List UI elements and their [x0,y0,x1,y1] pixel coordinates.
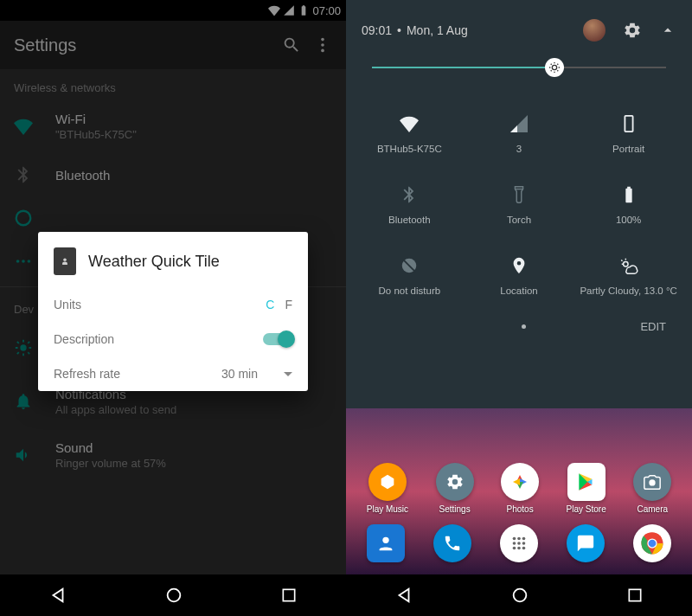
app-dialer[interactable] [433,524,471,562]
wifi-icon [400,112,419,135]
page-dot [522,324,526,329]
user-avatar[interactable] [583,19,606,42]
back-icon[interactable] [394,586,413,605]
bluetooth-icon [400,183,419,206]
description-label: Description [54,332,263,346]
search-icon[interactable] [282,35,301,55]
description-switch[interactable] [263,333,292,345]
wifi-sub: "BTHub5-K75C" [55,128,332,141]
overflow-icon[interactable] [313,35,332,55]
signal-tile[interactable]: 3 [465,100,574,166]
svg-point-15 [650,479,656,485]
chevron-up-icon[interactable] [659,22,676,39]
svg-point-14 [623,261,628,266]
app-play-store[interactable]: Play Store [567,463,606,514]
svg-point-20 [513,542,516,545]
app-drawer[interactable] [500,524,538,562]
description-row[interactable]: Description [38,322,308,356]
svg-point-8 [63,259,67,262]
bluetooth-tile[interactable]: Bluetooth [355,171,465,237]
svg-point-25 [522,547,526,550]
dnd-icon [400,254,419,277]
bluetooth-title: Bluetooth [55,168,332,183]
notifications-sub: All apps allowed to send [55,403,332,416]
recent-icon[interactable] [280,587,298,604]
home-screen: Play Music Settings Photos Play Store Ca… [346,408,692,574]
app-photos[interactable]: Photos [501,463,539,514]
svg-point-21 [517,542,521,545]
app-chrome[interactable] [633,524,671,562]
refresh-value: 30 min [221,367,258,381]
location-tile[interactable]: Location [465,242,574,308]
wifi-icon [268,4,280,16]
weather-icon [619,254,638,277]
app-settings[interactable]: Settings [436,463,474,514]
slider-fill [372,67,554,68]
bell-icon [14,392,33,411]
svg-point-9 [168,589,181,602]
svg-point-6 [28,260,31,263]
svg-rect-30 [629,589,640,600]
home-icon[interactable] [510,586,529,605]
torch-tile[interactable]: Torch [465,171,574,237]
quick-settings-screen: 09:01 • Mon, 1 Aug BTHub5-K75C 3 Portrai… [346,0,692,616]
qs-time: 09:01 [362,23,392,37]
wifi-label: BTHub5-K75C [377,144,442,154]
location-label: Location [500,286,537,296]
back-icon[interactable] [48,586,67,605]
svg-point-22 [522,542,526,545]
svg-point-18 [517,537,521,541]
sound-sub: Ringer volume at 57% [55,457,332,470]
brightness-slider[interactable] [372,54,666,81]
svg-rect-12 [625,116,632,132]
weather-tile[interactable]: Partly Cloudy, 13.0 °C [573,242,683,308]
qs-date: Mon, 1 Aug [407,23,468,37]
weather-tile-icon [54,247,76,275]
unit-c[interactable]: C [266,298,274,311]
svg-point-16 [383,537,389,543]
svg-point-29 [514,589,527,602]
refresh-row[interactable]: Refresh rate 30 min [38,356,308,391]
slider-thumb[interactable] [545,58,564,77]
nav-bar [0,574,346,616]
dnd-label: Do not disturb [379,286,441,296]
bluetooth-label: Bluetooth [388,215,431,225]
signal-icon [283,4,295,16]
dnd-tile[interactable]: Do not disturb [355,242,465,308]
svg-point-1 [321,43,324,47]
app-messenger[interactable] [567,524,605,562]
dropdown-icon [284,372,292,376]
svg-point-24 [517,547,521,550]
svg-point-19 [522,537,526,541]
volume-icon [14,446,33,465]
app-camera[interactable]: Camera [633,463,671,514]
torch-icon [509,183,529,206]
portrait-tile[interactable]: Portrait [573,100,683,166]
bluetooth-row[interactable]: Bluetooth [0,153,346,196]
svg-point-2 [321,49,324,53]
units-row[interactable]: Units C F [38,287,308,322]
torch-label: Torch [507,215,531,225]
edit-button[interactable]: EDIT [640,320,666,333]
more-icon [14,252,33,271]
battery-icon [298,4,310,16]
app-play-music[interactable]: Play Music [367,463,408,514]
gear-icon[interactable] [623,21,642,40]
brightness-icon [14,338,33,357]
qs-footer: EDIT [346,315,692,349]
status-bar: 07:00 [0,0,346,21]
unit-f[interactable]: F [285,298,292,311]
sound-title: Sound [55,440,332,455]
status-time: 07:00 [312,4,341,17]
sound-row[interactable]: Sound Ringer volume at 57% [0,428,346,482]
home-icon[interactable] [164,586,183,605]
app-contact[interactable] [367,524,405,562]
svg-point-3 [16,211,31,226]
qs-grid: BTHub5-K75C 3 Portrait Bluetooth Torch 1… [346,93,692,315]
recent-icon[interactable] [626,587,644,604]
svg-point-5 [22,260,25,263]
wifi-row[interactable]: Wi-Fi "BTHub5-K75C" [0,99,346,153]
battery-tile[interactable]: 100% [573,171,683,237]
refresh-label: Refresh rate [54,367,221,381]
wifi-tile[interactable]: BTHub5-K75C [355,100,465,166]
